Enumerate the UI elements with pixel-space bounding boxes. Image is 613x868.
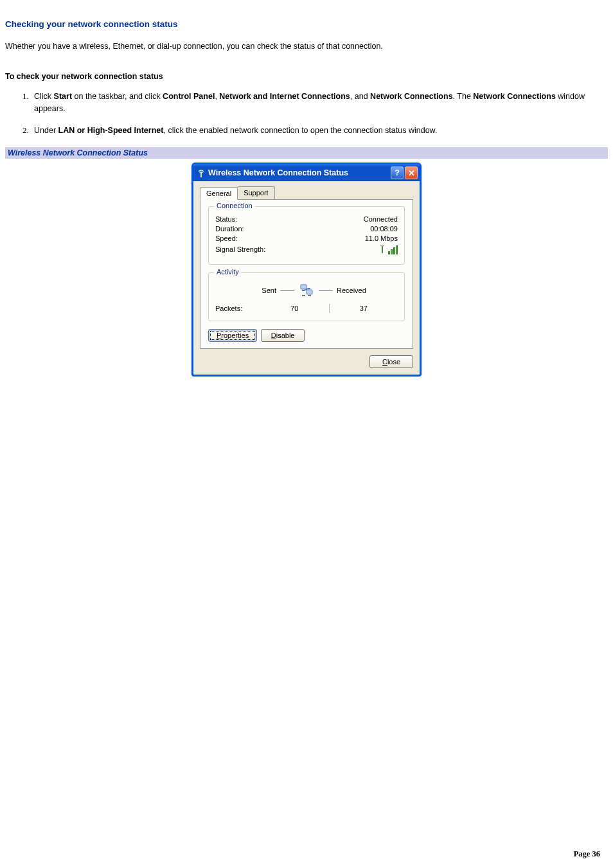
procedure-heading: To check your network connection status (5, 72, 608, 81)
group-connection: Connection Status: Connected Duration: 0… (208, 206, 405, 265)
duration-label: Duration: (215, 225, 244, 233)
close-dialog-button[interactable]: Close (369, 355, 413, 368)
text: on the taskbar, and click (72, 92, 163, 101)
activity-sent-label: Sent (218, 287, 276, 294)
properties-button[interactable]: Properties (208, 329, 257, 342)
group-activity: Activity Sent (208, 272, 405, 321)
page-label: Page (574, 849, 592, 858)
signal-label: Signal Strength: (215, 245, 265, 253)
intro-paragraph: Whether you have a wireless, Ethernet, o… (5, 40, 608, 53)
divider (319, 290, 333, 291)
status-value: Connected (364, 215, 398, 223)
svg-rect-1 (382, 246, 383, 253)
page-heading: Checking your network connection status (5, 19, 608, 29)
svg-rect-5 (308, 288, 310, 289)
activity-received-label: Received (337, 287, 395, 294)
dialog-title: Wireless Network Connection Status (208, 168, 389, 177)
term-control-panel: Control Panel (163, 92, 215, 101)
network-activity-icon (298, 282, 315, 299)
packets-sent-value: 70 (260, 305, 329, 312)
packets-received-value: 37 (330, 305, 398, 312)
disable-button[interactable]: Disable (261, 329, 305, 342)
term-lan: LAN or High-Speed Internet (58, 126, 164, 135)
text: Under (34, 126, 58, 135)
speed-value: 11.0 Mbps (365, 235, 398, 242)
steps-list: Click Start on the taskbar, and click Co… (5, 91, 608, 137)
text: . The (453, 92, 474, 101)
term-net-connections: Network Connections (370, 92, 453, 101)
step-1: Click Start on the taskbar, and click Co… (31, 91, 608, 115)
svg-rect-0 (200, 172, 202, 177)
signal-strength-icon (379, 244, 398, 254)
dialog-titlebar[interactable]: Wireless Network Connection Status ? ✕ (193, 164, 420, 181)
svg-rect-4 (302, 290, 305, 291)
tab-strip: General Support (200, 186, 413, 200)
group-activity-legend: Activity (214, 268, 242, 276)
packets-label: Packets: (215, 305, 260, 312)
svg-rect-3 (306, 290, 312, 294)
help-button[interactable]: ? (391, 166, 404, 179)
figure-caption: Wireless Network Connection Status (5, 147, 608, 159)
step-2: Under LAN or High-Speed Internet, click … (31, 125, 608, 137)
term-start: Start (54, 92, 72, 101)
figure-wrapper: Wireless Network Connection Status ? ✕ G… (5, 163, 608, 376)
term-net-internet: Network and Internet Connections (219, 92, 350, 101)
svg-rect-6 (308, 295, 311, 296)
duration-value: 00:08:09 (370, 225, 398, 233)
dialog-footer: Close (200, 355, 413, 368)
page-number: Page 36 (574, 849, 600, 859)
term-net-connections-window: Network Connections (473, 92, 556, 101)
close-button[interactable]: ✕ (405, 166, 418, 179)
text: , and (350, 92, 370, 101)
text: Click (34, 92, 54, 101)
status-dialog: Wireless Network Connection Status ? ✕ G… (191, 163, 422, 376)
tab-general[interactable]: General (200, 187, 238, 200)
page-number-value: 36 (592, 849, 601, 858)
divider (280, 290, 294, 291)
svg-rect-2 (301, 285, 306, 289)
tab-support[interactable]: Support (237, 186, 275, 199)
svg-rect-7 (302, 295, 305, 296)
dialog-button-row: Properties Disable (208, 329, 405, 342)
group-connection-legend: Connection (214, 202, 255, 209)
status-label: Status: (215, 215, 237, 223)
wireless-icon (197, 168, 206, 177)
dialog-body: General Support Connection Status: Conne… (193, 181, 420, 375)
tab-panel-general: Connection Status: Connected Duration: 0… (200, 199, 413, 349)
speed-label: Speed: (215, 235, 238, 242)
text: , click the enabled network connection t… (163, 126, 437, 135)
